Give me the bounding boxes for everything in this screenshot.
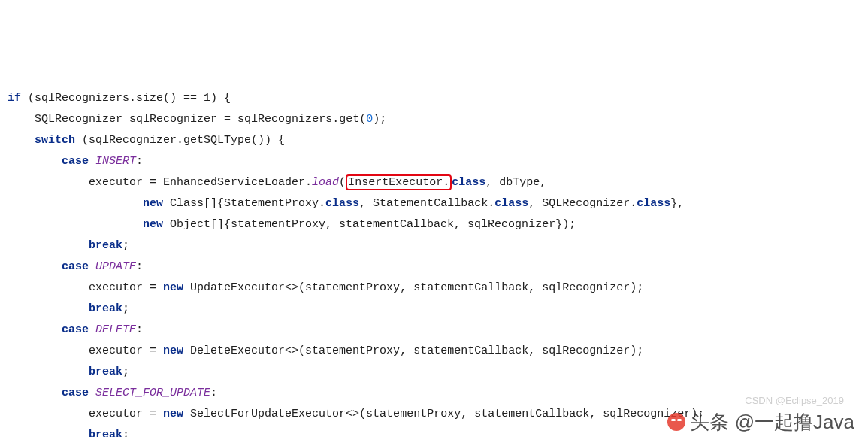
- code-line: executor = new UpdateExecutor<>(statemen…: [8, 281, 643, 294]
- code-line: case UPDATE:: [8, 260, 143, 273]
- keyword-if: if: [8, 92, 21, 105]
- code-line: case DELETE:: [8, 323, 143, 336]
- code-line: executor = new DeleteExecutor<>(statemen…: [8, 344, 643, 357]
- keyword-new: new: [163, 281, 183, 294]
- code-line: executor = new SelectForUpdateExecutor<>…: [8, 408, 704, 420]
- code-line: case INSERT:: [8, 155, 143, 168]
- keyword-new: new: [163, 408, 183, 420]
- var-sqlRecognizer: sqlRecognizer: [129, 113, 217, 126]
- enum-delete: DELETE: [95, 323, 136, 336]
- keyword-break: break: [89, 302, 122, 315]
- code-line: new Class[]{StatementProxy.class, Statem…: [8, 197, 684, 210]
- code-line: switch (sqlRecognizer.getSQLType()) {: [8, 134, 285, 147]
- keyword-switch: switch: [35, 134, 75, 147]
- keyword-new: new: [143, 197, 163, 210]
- keyword-class: class: [325, 197, 359, 210]
- code-line: SQLRecognizer sqlRecognizer = sqlRecogni…: [8, 113, 386, 126]
- code-line: case SELECT_FOR_UPDATE:: [8, 387, 217, 399]
- enum-update: UPDATE: [95, 260, 136, 273]
- code-line: break;: [8, 366, 129, 378]
- keyword-break: break: [89, 366, 122, 378]
- code-line: break;: [8, 239, 129, 252]
- type-SQLRecognizer: SQLRecognizer: [35, 113, 122, 126]
- watermark-csdn: CSDN @Eclipse_2019: [745, 390, 844, 411]
- enum-insert: INSERT: [95, 155, 136, 168]
- code-line: if (sqlRecognizers.size() == 1) {: [8, 92, 231, 105]
- literal-zero: 0: [366, 113, 373, 126]
- watermark-toutiao: 头条 @一起撸Java: [667, 411, 854, 432]
- keyword-case: case: [62, 155, 89, 168]
- code-block: if (sqlRecognizers.size() == 1) { SQLRec…: [8, 88, 860, 437]
- keyword-break: break: [89, 239, 122, 252]
- code-line: break;: [8, 429, 129, 437]
- highlight-insert-executor: InsertExecutor.: [346, 174, 452, 190]
- code-line: break;: [8, 302, 129, 315]
- method-load: load: [312, 176, 339, 189]
- keyword-case: case: [62, 387, 89, 399]
- ref-sqlRecognizers: sqlRecognizers: [237, 113, 332, 126]
- var-sqlRecognizers: sqlRecognizers: [35, 92, 129, 105]
- keyword-class: class: [637, 197, 670, 210]
- keyword-case: case: [62, 323, 89, 336]
- keyword-case: case: [62, 260, 89, 273]
- enum-select-for-update: SELECT_FOR_UPDATE: [95, 387, 210, 399]
- code-line: executor = EnhancedServiceLoader.load(In…: [8, 174, 546, 190]
- code-line: new Object[]{statementProxy, statementCa…: [8, 218, 576, 231]
- keyword-break: break: [89, 429, 122, 437]
- keyword-class: class: [494, 197, 528, 210]
- toutiao-logo-icon: [667, 413, 685, 431]
- keyword-new: new: [143, 218, 163, 231]
- keyword-class: class: [452, 176, 485, 189]
- keyword-new: new: [163, 344, 183, 357]
